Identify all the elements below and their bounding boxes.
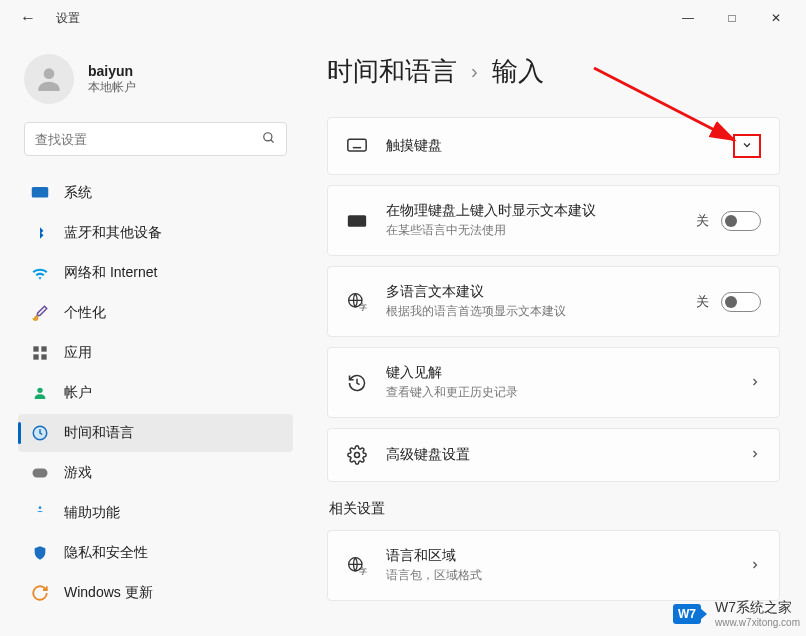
user-block[interactable]: baiyun 本地帐户 xyxy=(18,46,293,122)
minimize-button[interactable]: — xyxy=(666,3,710,33)
svg-point-0 xyxy=(44,68,55,79)
svg-rect-3 xyxy=(32,187,49,198)
clock-icon xyxy=(30,423,50,443)
toggle-state: 关 xyxy=(696,212,709,230)
card-title: 键入见解 xyxy=(386,364,731,382)
nav-item-system[interactable]: 系统 xyxy=(18,174,293,212)
nav-label: 游戏 xyxy=(64,464,92,482)
card-language-region[interactable]: 字 语言和区域 语言包，区域格式 xyxy=(327,530,780,601)
card-title: 在物理键盘上键入时显示文本建议 xyxy=(386,202,678,220)
sidebar: baiyun 本地帐户 系统蓝牙和其他设备网络和 Internet个性化应用帐户… xyxy=(0,36,305,636)
window-title: 设置 xyxy=(56,10,80,27)
card-subtitle: 根据我的语言首选项显示文本建议 xyxy=(386,303,678,320)
user-subtitle: 本地帐户 xyxy=(88,79,136,96)
nav-item-clock[interactable]: 时间和语言 xyxy=(18,414,293,452)
nav-item-person[interactable]: 帐户 xyxy=(18,374,293,412)
back-button[interactable]: ← xyxy=(20,9,36,27)
bluetooth-icon xyxy=(30,223,50,243)
nav-label: 蓝牙和其他设备 xyxy=(64,224,162,242)
globe-language-icon: 字 xyxy=(346,292,368,312)
nav: 系统蓝牙和其他设备网络和 Internet个性化应用帐户时间和语言游戏辅助功能隐… xyxy=(18,174,293,612)
nav-label: 网络和 Internet xyxy=(64,264,157,282)
crumb-input: 输入 xyxy=(492,54,544,89)
svg-point-1 xyxy=(264,132,272,140)
svg-rect-7 xyxy=(41,354,46,359)
card-title: 高级键盘设置 xyxy=(386,446,731,464)
history-icon xyxy=(346,373,368,393)
nav-item-apps[interactable]: 应用 xyxy=(18,334,293,372)
shield-icon xyxy=(30,543,50,563)
svg-rect-6 xyxy=(33,354,38,359)
card-physical-keyboard-suggest[interactable]: 在物理键盘上键入时显示文本建议 在某些语言中无法使用 关 xyxy=(327,185,780,256)
svg-line-2 xyxy=(271,139,274,142)
card-title: 多语言文本建议 xyxy=(386,283,678,301)
card-title: 语言和区域 xyxy=(386,547,731,565)
svg-rect-10 xyxy=(33,469,48,478)
card-subtitle: 查看键入和更正历史记录 xyxy=(386,384,731,401)
svg-rect-5 xyxy=(41,346,46,351)
maximize-button[interactable]: □ xyxy=(710,3,754,33)
chevron-right-icon xyxy=(749,447,761,463)
card-title: 触摸键盘 xyxy=(386,137,715,155)
search-input[interactable] xyxy=(35,132,262,147)
crumb-time-lang[interactable]: 时间和语言 xyxy=(327,54,457,89)
nav-label: 时间和语言 xyxy=(64,424,134,442)
chevron-down-icon[interactable] xyxy=(733,134,761,158)
svg-point-21 xyxy=(355,453,360,458)
search-box[interactable] xyxy=(24,122,287,156)
chevron-right-icon xyxy=(749,375,761,391)
nav-item-brush[interactable]: 个性化 xyxy=(18,294,293,332)
game-icon xyxy=(30,463,50,483)
section-related: 相关设置 xyxy=(329,500,780,518)
wifi-icon xyxy=(30,263,50,283)
system-icon xyxy=(30,183,50,203)
svg-text:字: 字 xyxy=(359,303,367,312)
card-subtitle: 语言包，区域格式 xyxy=(386,567,731,584)
nav-label: 隐私和安全性 xyxy=(64,544,148,562)
person-icon xyxy=(30,383,50,403)
svg-text:字: 字 xyxy=(359,567,367,576)
toggle-switch[interactable] xyxy=(721,211,761,231)
user-name: baiyun xyxy=(88,63,136,79)
card-typing-insight[interactable]: 键入见解 查看键入和更正历史记录 xyxy=(327,347,780,418)
svg-point-11 xyxy=(39,506,42,509)
nav-label: 系统 xyxy=(64,184,92,202)
card-advanced-keyboard[interactable]: 高级键盘设置 xyxy=(327,428,780,482)
card-touch-keyboard[interactable]: 触摸键盘 xyxy=(327,117,780,175)
nav-item-shield[interactable]: 隐私和安全性 xyxy=(18,534,293,572)
nav-item-update[interactable]: Windows 更新 xyxy=(18,574,293,612)
apps-icon xyxy=(30,343,50,363)
main: 时间和语言 › 输入 触摸键盘 xyxy=(305,36,806,636)
brush-icon xyxy=(30,303,50,323)
crumb-separator: › xyxy=(471,60,478,83)
nav-item-wifi[interactable]: 网络和 Internet xyxy=(18,254,293,292)
nav-label: Windows 更新 xyxy=(64,584,153,602)
nav-item-access[interactable]: 辅助功能 xyxy=(18,494,293,532)
card-multilang-suggest[interactable]: 字 多语言文本建议 根据我的语言首选项显示文本建议 关 xyxy=(327,266,780,337)
chevron-right-icon xyxy=(749,558,761,574)
avatar xyxy=(24,54,74,104)
globe-region-icon: 字 xyxy=(346,556,368,576)
titlebar: ← 设置 — □ ✕ xyxy=(0,0,806,36)
svg-rect-18 xyxy=(348,215,366,227)
access-icon xyxy=(30,503,50,523)
svg-point-8 xyxy=(37,388,42,393)
breadcrumb: 时间和语言 › 输入 xyxy=(327,54,780,89)
nav-item-game[interactable]: 游戏 xyxy=(18,454,293,492)
nav-label: 应用 xyxy=(64,344,92,362)
toggle-state: 关 xyxy=(696,293,709,311)
svg-rect-12 xyxy=(348,139,366,151)
nav-label: 辅助功能 xyxy=(64,504,120,522)
svg-rect-4 xyxy=(33,346,38,351)
nav-label: 个性化 xyxy=(64,304,106,322)
nav-label: 帐户 xyxy=(64,384,92,402)
keyboard-solid-icon xyxy=(346,214,368,228)
nav-item-bluetooth[interactable]: 蓝牙和其他设备 xyxy=(18,214,293,252)
close-button[interactable]: ✕ xyxy=(754,3,798,33)
toggle-switch[interactable] xyxy=(721,292,761,312)
update-icon xyxy=(30,583,50,603)
card-subtitle: 在某些语言中无法使用 xyxy=(386,222,678,239)
keyboard-icon xyxy=(346,138,368,154)
gear-icon xyxy=(346,445,368,465)
search-icon xyxy=(262,131,276,148)
